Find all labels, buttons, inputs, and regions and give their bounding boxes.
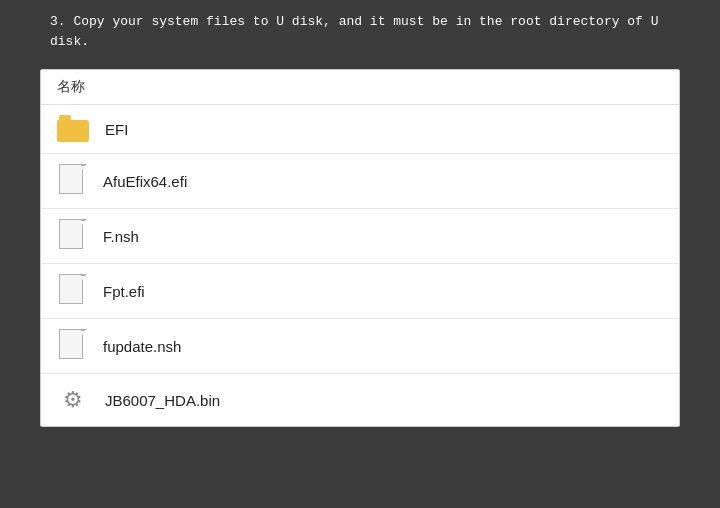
file-panel-header: 名称	[41, 70, 679, 105]
instruction-text: 3. Copy your system files to U disk, and…	[40, 12, 680, 51]
file-row[interactable]: F.nsh	[41, 209, 679, 264]
file-name: fupdate.nsh	[103, 338, 181, 355]
file-panel: 名称 EFI AfuEfix64.efi F.nsh Fpt	[40, 69, 680, 427]
file-name: Fpt.efi	[103, 283, 145, 300]
file-name: EFI	[105, 121, 128, 138]
file-name: F.nsh	[103, 228, 139, 245]
file-row[interactable]: fupdate.nsh	[41, 319, 679, 374]
file-row[interactable]: AfuEfix64.efi	[41, 154, 679, 209]
folder-icon	[57, 115, 89, 143]
file-row[interactable]: Fpt.efi	[41, 264, 679, 319]
doc-icon	[59, 329, 87, 363]
doc-icon	[59, 164, 87, 198]
file-name: JB6007_HDA.bin	[105, 392, 220, 409]
file-name: AfuEfix64.efi	[103, 173, 187, 190]
doc-icon	[59, 274, 87, 308]
doc-icon	[59, 219, 87, 253]
file-row[interactable]: EFI	[41, 105, 679, 154]
file-row[interactable]: ⚙ JB6007_HDA.bin	[41, 374, 679, 426]
gear-icon: ⚙	[57, 384, 89, 416]
